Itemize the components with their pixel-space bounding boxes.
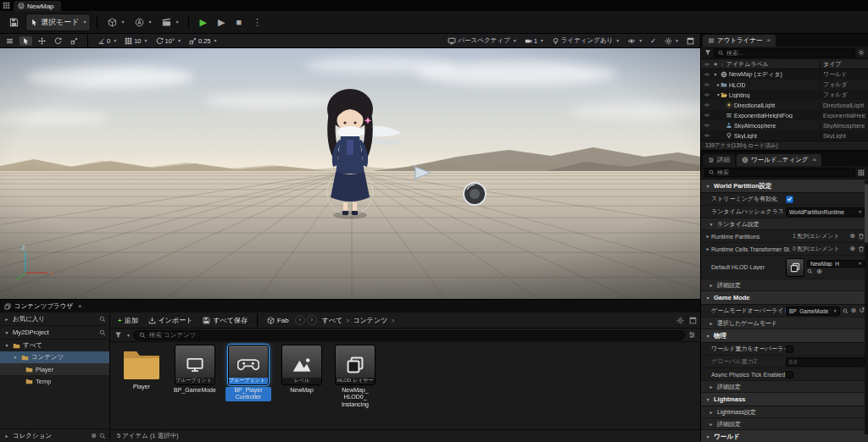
streaming-checkbox[interactable]	[786, 196, 793, 203]
eye-icon[interactable]	[704, 112, 710, 119]
advanced-settings-row[interactable]: ▸詳細設定	[701, 418, 868, 430]
stop-button[interactable]: ■	[231, 16, 246, 29]
close-icon[interactable]: ×	[78, 303, 82, 310]
column-type[interactable]: タイプ	[820, 60, 865, 69]
content-search-input[interactable]	[149, 331, 679, 339]
asset-item-bp-gamemode[interactable]: ブループリント クラス BP_GameMode	[172, 345, 218, 394]
eye-icon[interactable]	[704, 91, 710, 98]
eye-icon[interactable]	[704, 132, 710, 139]
tree-item-player[interactable]: Player	[0, 363, 109, 375]
star-icon[interactable]: ★	[713, 61, 718, 68]
filter-icon[interactable]	[114, 331, 122, 339]
select-mode-dropdown[interactable]: 選択モード ▾	[25, 14, 91, 31]
advanced-settings-row[interactable]: ▸詳細設定	[701, 381, 868, 393]
details-search-box[interactable]	[704, 168, 855, 177]
viewport-3d-scene[interactable]: Z x	[0, 48, 700, 299]
sort-down-icon[interactable]: ↓	[721, 61, 724, 67]
use-selected-asset-icon[interactable]: ⊕	[851, 307, 857, 314]
eye-icon[interactable]	[704, 71, 710, 78]
gravity-override-checkbox[interactable]	[786, 345, 793, 353]
apps-grid-icon[interactable]	[3, 2, 10, 9]
eye-icon[interactable]	[704, 81, 710, 88]
import-button[interactable]: インポート	[144, 314, 198, 327]
gamemode-dropdown[interactable]: BP_GameMode▾	[786, 307, 840, 316]
surface-snap-toggle[interactable]: 0▾	[95, 36, 119, 46]
asset-item-player-folder[interactable]: Player	[119, 345, 164, 390]
viewport-layout-dropdown[interactable]: 1▾	[522, 36, 546, 46]
rotate-tool-button[interactable]	[52, 36, 64, 46]
asset-item-newmap[interactable]: レベル NewMap	[279, 345, 325, 394]
search-icon[interactable]	[99, 329, 106, 336]
maximize-viewport-button[interactable]	[684, 36, 697, 46]
category-physics[interactable]: ▾物理	[701, 329, 868, 343]
column-item-label[interactable]: アイテムラベル	[726, 60, 817, 69]
outliner-row[interactable]: ▾ Lightingフォルダ	[701, 90, 868, 100]
eye-icon[interactable]	[704, 61, 710, 68]
save-all-button[interactable]: すべて保存	[198, 314, 252, 327]
project-section[interactable]: ▾ My2DProject	[0, 326, 109, 340]
global-gravity-field[interactable]: 0.0	[786, 357, 865, 367]
asset-item-bp-playercontroller[interactable]: ブループリント クラス BP_Player Controller	[225, 345, 271, 401]
outliner-row[interactable]: ExponentialHeightFogExponentialHeightFog	[701, 110, 868, 120]
category-lightmass[interactable]: ▾Lightmass	[701, 393, 868, 406]
settings-icon[interactable]	[676, 317, 684, 324]
rotation-snap-toggle[interactable]: 10°▾	[153, 36, 183, 46]
advanced-settings-row[interactable]: ▸詳細設定	[701, 279, 868, 291]
skip-frame-button[interactable]: ▶	[214, 16, 229, 29]
display-options-icon[interactable]	[858, 169, 865, 176]
add-actor-dropdown[interactable]: ▾	[103, 15, 128, 30]
category-world-partition[interactable]: ▾World Partition設定	[701, 180, 868, 193]
scale-snap-toggle[interactable]: 0.25▾	[186, 36, 220, 46]
chevron-down-icon[interactable]: ▾	[712, 72, 719, 77]
tree-item-all[interactable]: ▾ すべて	[0, 340, 109, 351]
play-options-kebab[interactable]: ⋮	[248, 16, 266, 29]
settings-icon[interactable]	[858, 49, 865, 56]
tree-item-temp[interactable]: Temp	[0, 375, 109, 387]
tab-details[interactable]: 詳細	[703, 154, 735, 166]
eye-icon[interactable]	[704, 102, 710, 108]
filter-icon[interactable]	[704, 49, 711, 56]
favorites-section[interactable]: ▸ お気に入り	[0, 312, 109, 326]
tree-item-content[interactable]: ▾ コンテンツ	[0, 351, 109, 363]
category-world[interactable]: ▾ワールド	[701, 430, 868, 442]
selected-gamemode-row[interactable]: ▸選択したゲームモード	[701, 318, 868, 329]
eye-icon[interactable]	[704, 122, 710, 129]
view-mode-lit-dropdown[interactable]: ライティングあり▾	[549, 36, 621, 46]
reset-icon[interactable]: ↺	[859, 307, 865, 314]
blueprints-dropdown[interactable]: ▾	[131, 15, 155, 30]
scale-tool-button[interactable]	[68, 36, 81, 46]
level-tab[interactable]: NewMap	[14, 1, 61, 11]
view-options-icon[interactable]	[688, 331, 696, 339]
chevron-down-icon[interactable]: ▾	[712, 92, 719, 97]
outliner-search-box[interactable]	[714, 48, 855, 58]
chevron-right-icon[interactable]: ▸	[704, 234, 711, 239]
outliner-row[interactable]: DirectionalLightDirectionalLight	[701, 100, 868, 110]
breadcrumb-all[interactable]: すべて	[322, 316, 343, 325]
search-icon[interactable]	[99, 316, 106, 323]
outliner-search-input[interactable]	[726, 50, 851, 56]
collections-section[interactable]: ▸ コレクション ⊕	[0, 428, 109, 442]
dock-icon[interactable]	[689, 317, 697, 324]
save-button[interactable]	[5, 15, 23, 30]
grid-snap-toggle[interactable]: 10▾	[122, 36, 149, 46]
select-tool-button[interactable]	[19, 36, 32, 46]
chevron-right-icon[interactable]: ▸	[712, 82, 719, 87]
async-tick-checkbox[interactable]	[786, 371, 793, 378]
sphere-actor[interactable]	[464, 183, 486, 205]
add-collection-icon[interactable]: ⊕	[91, 433, 97, 439]
play-button[interactable]: ▶	[195, 16, 210, 29]
add-element-icon[interactable]: ⊕	[849, 233, 855, 240]
runtime-hash-dropdown[interactable]: WorldPartitionRuntime▾	[786, 207, 865, 217]
asset-item-newmap-hlod[interactable]: HLOD レイヤー NewMap_ HLOD0_ Instancing	[332, 345, 378, 408]
cinematics-dropdown[interactable]: ▾	[158, 15, 182, 30]
browse-to-asset-icon[interactable]	[807, 268, 813, 274]
chevron-right-icon[interactable]: ▸	[704, 246, 711, 251]
category-game-mode[interactable]: ▾Game Mode	[701, 291, 868, 305]
outliner-row[interactable]: ▾ NewMap (エディタ)ワールド	[701, 69, 868, 80]
add-element-icon[interactable]: ⊕	[849, 246, 855, 252]
back-button[interactable]: ‹	[295, 315, 305, 325]
browse-to-asset-icon[interactable]	[843, 308, 849, 314]
outliner-row[interactable]: SkyAtmosphereSkyAtmosphere	[701, 120, 868, 130]
content-search-box[interactable]	[133, 330, 685, 340]
details-search-input[interactable]	[717, 169, 851, 175]
